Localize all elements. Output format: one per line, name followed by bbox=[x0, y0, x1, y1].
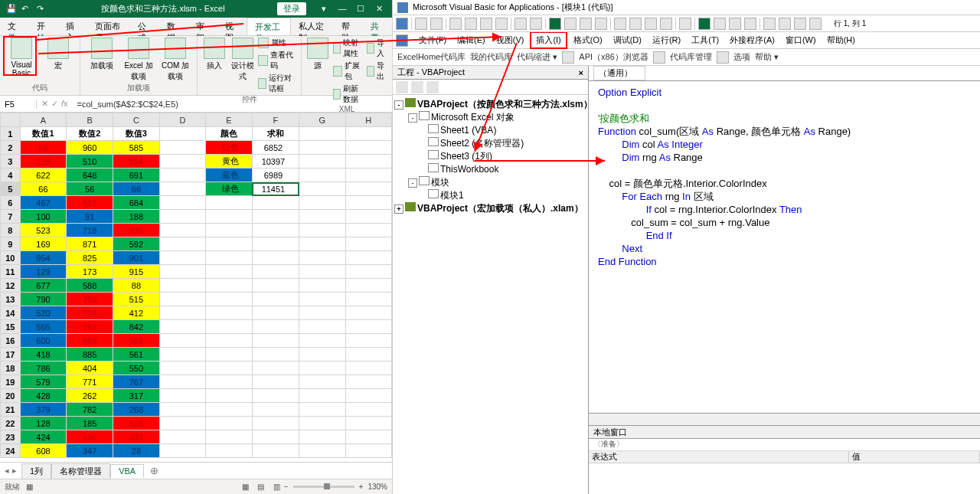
code-editor[interactable]: Option Explicit '按颜色求和 Function col_sum(… bbox=[589, 81, 980, 413]
cell-C9[interactable]: 592 bbox=[113, 237, 160, 251]
project-explorer-icon[interactable] bbox=[614, 18, 626, 30]
row-head-12[interactable]: 12 bbox=[1, 279, 21, 293]
cell-C13[interactable]: 515 bbox=[113, 293, 160, 306]
link-coderepo[interactable]: 代码库管理 bbox=[670, 51, 712, 63]
cell-A23[interactable]: 424 bbox=[20, 430, 67, 444]
excel-addins-button[interactable]: Excel 加载项 bbox=[122, 38, 155, 82]
cell-C3[interactable]: 854 bbox=[113, 155, 160, 168]
cell-C15[interactable]: 842 bbox=[113, 320, 160, 334]
page-break-view-icon[interactable]: ▥ bbox=[270, 483, 284, 491]
link-api[interactable]: API（x86）浏览器 bbox=[579, 51, 648, 63]
cell-A19[interactable]: 579 bbox=[20, 375, 67, 389]
col-head-B[interactable]: B bbox=[67, 113, 113, 127]
cell-A6[interactable]: 467 bbox=[20, 196, 67, 210]
close-icon[interactable]: ✕ bbox=[372, 4, 386, 14]
cell-A5[interactable]: 66 bbox=[20, 182, 67, 196]
cell-B19[interactable]: 771 bbox=[67, 375, 113, 389]
map-props-button[interactable]: 映射属性 bbox=[333, 38, 364, 59]
cell-A17[interactable]: 418 bbox=[20, 348, 67, 362]
import-button[interactable]: 导入 bbox=[367, 38, 387, 59]
cell-C5[interactable]: 66 bbox=[113, 182, 160, 196]
design-icon[interactable] bbox=[595, 18, 607, 30]
break-icon[interactable] bbox=[564, 18, 577, 30]
menu-tools[interactable]: 工具(T) bbox=[687, 33, 724, 47]
cell-C16[interactable]: 589 bbox=[113, 334, 160, 348]
row-head-24[interactable]: 24 bbox=[1, 444, 21, 458]
cell-B9[interactable]: 871 bbox=[67, 237, 113, 251]
tab-layout[interactable]: 页面布局 bbox=[87, 18, 130, 35]
run-icon[interactable] bbox=[549, 18, 561, 30]
cell-C8[interactable]: 935 bbox=[113, 224, 160, 237]
row-head-3[interactable]: 3 bbox=[1, 155, 21, 168]
cell-F5[interactable]: 11451 bbox=[252, 182, 299, 196]
cell-E3[interactable]: 黄色 bbox=[206, 155, 253, 168]
maximize-icon[interactable]: ☐ bbox=[354, 4, 368, 14]
grid[interactable]: ABCDEFGH1数值1数值2数值3颜色求和256960585红色6852315… bbox=[0, 113, 392, 462]
cell-B4[interactable]: 648 bbox=[67, 168, 113, 182]
cell-B14[interactable]: 818 bbox=[67, 306, 113, 320]
cell-C12[interactable]: 88 bbox=[113, 279, 160, 293]
cell-A2[interactable]: 56 bbox=[20, 141, 67, 155]
menu-window[interactable]: 窗口(W) bbox=[781, 33, 821, 47]
object-browser-icon[interactable] bbox=[645, 18, 657, 30]
login-button[interactable]: 登录 bbox=[277, 2, 306, 15]
zoom-level[interactable]: 130% bbox=[368, 483, 387, 491]
toolbox-icon[interactable] bbox=[660, 18, 672, 30]
cell-A11[interactable]: 129 bbox=[20, 265, 67, 279]
col-head-E[interactable]: E bbox=[206, 113, 253, 127]
cell-C24[interactable]: 28 bbox=[113, 444, 160, 458]
toggle-folders-icon[interactable] bbox=[426, 81, 439, 93]
cell-B7[interactable]: 91 bbox=[67, 210, 113, 224]
accept-formula-icon[interactable]: ✓ bbox=[51, 99, 58, 109]
add-sheet-icon[interactable]: ⊕ bbox=[144, 465, 165, 476]
help-icon[interactable] bbox=[679, 18, 691, 30]
menu-view[interactable]: 视图(V) bbox=[492, 33, 529, 47]
fx-icon[interactable]: fx bbox=[61, 99, 68, 109]
tab-help[interactable]: 帮助 bbox=[334, 18, 363, 35]
row-head-17[interactable]: 17 bbox=[1, 348, 21, 362]
cell-B17[interactable]: 885 bbox=[67, 348, 113, 362]
col-head-D[interactable]: D bbox=[159, 113, 205, 127]
menu-format[interactable]: 格式(O) bbox=[569, 33, 607, 47]
name-box[interactable]: F5 bbox=[0, 100, 37, 109]
row-head-10[interactable]: 10 bbox=[1, 251, 21, 265]
cell-C23[interactable]: 333 bbox=[113, 430, 160, 444]
tab-insert[interactable]: 插入 bbox=[58, 18, 87, 35]
first-sheet-icon[interactable]: ◂ bbox=[5, 466, 9, 476]
options-icon[interactable] bbox=[717, 51, 729, 64]
tab-home[interactable]: 开始 bbox=[29, 18, 58, 35]
redo-icon[interactable] bbox=[530, 18, 542, 30]
insert-module-icon[interactable] bbox=[415, 18, 427, 30]
row-head-20[interactable]: 20 bbox=[1, 389, 21, 403]
expand-button[interactable]: 扩展包 bbox=[333, 61, 364, 82]
design-mode-button[interactable]: 设计模式 bbox=[230, 38, 256, 82]
cell-C10[interactable]: 901 bbox=[113, 251, 160, 265]
callstack-icon[interactable] bbox=[809, 18, 822, 30]
row-head-18[interactable]: 18 bbox=[1, 362, 21, 375]
row-head-5[interactable]: 5 bbox=[1, 182, 21, 196]
link-indent[interactable]: 代码缩进 ▾ bbox=[517, 51, 557, 63]
cell-B18[interactable]: 404 bbox=[67, 362, 113, 375]
macros-button[interactable]: 宏 bbox=[41, 38, 75, 71]
tab-view[interactable]: 视图 bbox=[217, 18, 247, 35]
menu-debug[interactable]: 调试(D) bbox=[609, 33, 646, 47]
export-button[interactable]: 导出 bbox=[367, 61, 387, 82]
row-head-14[interactable]: 14 bbox=[1, 306, 21, 320]
row-head-1[interactable]: 1 bbox=[1, 127, 21, 141]
sheet-tab-1[interactable]: 1列 bbox=[21, 463, 51, 479]
menu-edit[interactable]: 编辑(E) bbox=[452, 33, 490, 47]
row-head-2[interactable]: 2 bbox=[1, 141, 21, 155]
cell-C18[interactable]: 550 bbox=[113, 362, 160, 375]
cell-C22[interactable]: 528 bbox=[113, 417, 160, 430]
col-head-F[interactable]: F bbox=[252, 113, 299, 127]
row-head-15[interactable]: 15 bbox=[1, 320, 21, 334]
cell-A16[interactable]: 600 bbox=[20, 334, 67, 348]
normal-view-icon[interactable]: ▦ bbox=[238, 483, 252, 491]
cell-A24[interactable]: 608 bbox=[20, 444, 67, 458]
save-icon[interactable]: 💾 bbox=[6, 4, 17, 15]
run2-icon[interactable] bbox=[698, 18, 710, 30]
refresh-button[interactable]: 刷新数据 bbox=[333, 83, 364, 105]
cell-A10[interactable]: 954 bbox=[20, 251, 67, 265]
cell-E5[interactable]: 绿色 bbox=[206, 182, 253, 196]
redo-icon[interactable]: ↷ bbox=[37, 4, 47, 15]
